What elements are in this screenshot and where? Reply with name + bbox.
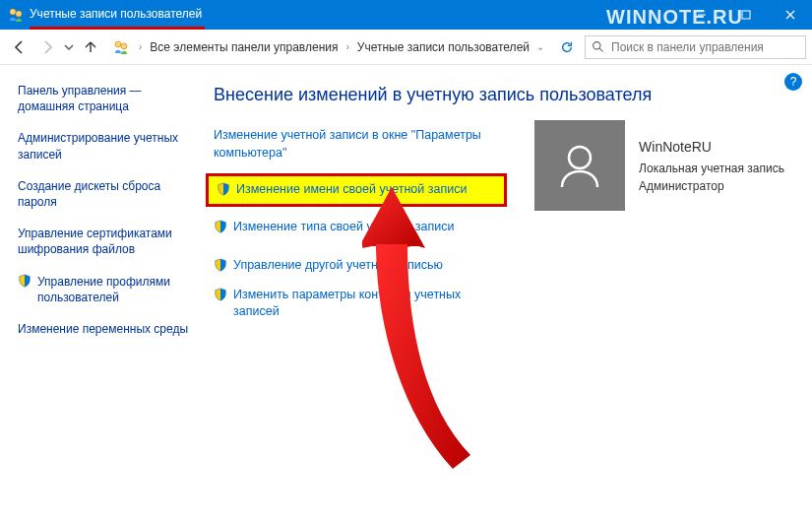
task-label: Изменение имени своей учетной записи bbox=[236, 181, 467, 199]
sidebar-item-label: Администрирование учетных записей bbox=[18, 131, 178, 161]
svg-point-10 bbox=[569, 147, 591, 168]
task-label: Изменение учетной записи в окне "Парамет… bbox=[214, 127, 499, 162]
user-card: WinNoteRU Локальная учетная запись Админ… bbox=[534, 120, 784, 211]
task-change-in-settings[interactable]: Изменение учетной записи в окне "Парамет… bbox=[214, 127, 499, 162]
chevron-right-icon: › bbox=[340, 41, 354, 52]
close-button[interactable] bbox=[768, 0, 812, 30]
task-label: Изменить параметры контроля учетных запи… bbox=[233, 287, 499, 321]
svg-point-0 bbox=[10, 9, 16, 15]
user-accounts-icon bbox=[113, 39, 129, 55]
sidebar-item-label: Панель управления — домашняя страница bbox=[18, 84, 142, 113]
task-change-account-type[interactable]: Изменение типа своей учетной записи bbox=[214, 219, 499, 236]
sidebar-item-label: Изменение переменных среды bbox=[18, 322, 188, 336]
window-title: Учетные записи пользователей bbox=[30, 7, 202, 23]
shield-icon bbox=[214, 220, 227, 233]
task-list: Изменение учетной записи в окне "Парамет… bbox=[214, 127, 499, 321]
title-underline-annotation bbox=[30, 27, 205, 30]
user-account-type: Локальная учетная запись bbox=[639, 160, 784, 177]
shield-icon bbox=[217, 182, 230, 196]
search-box[interactable] bbox=[585, 35, 806, 59]
chevron-right-icon: › bbox=[133, 41, 148, 52]
sidebar-item-label: Управление профилями пользователей bbox=[37, 274, 192, 305]
chevron-down-icon[interactable]: ⌄ bbox=[532, 41, 548, 52]
sidebar-item-label: Управление сертификатами шифрования файл… bbox=[18, 227, 172, 256]
shield-icon bbox=[18, 274, 31, 305]
avatar bbox=[534, 120, 625, 211]
sidebar-item-home[interactable]: Панель управления — домашняя страница bbox=[18, 83, 192, 114]
svg-point-8 bbox=[593, 42, 599, 49]
task-change-account-name[interactable]: Изменение имени своей учетной записи bbox=[206, 173, 507, 207]
svg-point-1 bbox=[16, 11, 22, 17]
sidebar: Панель управления — домашняя страница Ад… bbox=[0, 65, 202, 520]
main-panel: Внесение изменений в учетную запись поль… bbox=[202, 65, 812, 520]
task-manage-other-account[interactable]: Управление другой учетной записью bbox=[214, 257, 499, 275]
sidebar-item-admin-accounts[interactable]: Администрирование учетных записей bbox=[18, 130, 192, 162]
sidebar-item-reset-disk[interactable]: Создание дискеты сброса пароля bbox=[18, 178, 192, 210]
recent-locations-button[interactable] bbox=[61, 33, 77, 61]
task-label: Управление другой учетной записью bbox=[233, 257, 443, 275]
up-button[interactable] bbox=[77, 33, 104, 61]
address-bar[interactable]: › Все элементы панели управления › Учетн… bbox=[104, 35, 553, 59]
forward-button[interactable] bbox=[33, 33, 61, 61]
page-heading: Внесение изменений в учетную запись поль… bbox=[214, 85, 792, 105]
shield-icon bbox=[214, 288, 227, 301]
user-accounts-icon bbox=[8, 7, 24, 23]
user-info: WinNoteRU Локальная учетная запись Админ… bbox=[639, 137, 784, 195]
svg-point-7 bbox=[121, 43, 127, 49]
sidebar-item-env-vars[interactable]: Изменение переменных среды bbox=[18, 321, 192, 337]
task-change-uac[interactable]: Изменить параметры контроля учетных запи… bbox=[214, 287, 499, 321]
content-area: ? Панель управления — домашняя страница … bbox=[0, 65, 812, 520]
breadcrumb-current[interactable]: Учетные записи пользователей bbox=[355, 38, 531, 56]
svg-line-9 bbox=[599, 48, 602, 51]
sidebar-item-certificates[interactable]: Управление сертификатами шифрования файл… bbox=[18, 226, 192, 257]
svg-point-6 bbox=[115, 41, 121, 47]
refresh-button[interactable] bbox=[553, 35, 581, 59]
search-input[interactable] bbox=[609, 40, 805, 54]
search-icon bbox=[586, 40, 609, 53]
back-button[interactable] bbox=[6, 33, 33, 61]
user-role: Администратор bbox=[639, 177, 784, 195]
sidebar-item-profiles[interactable]: Управление профилями пользователей bbox=[18, 274, 192, 305]
user-name: WinNoteRU bbox=[639, 137, 784, 158]
watermark: WINNOTE.RU bbox=[606, 6, 743, 29]
shield-icon bbox=[214, 258, 227, 272]
breadcrumb-root[interactable]: Все элементы панели управления bbox=[148, 38, 340, 56]
task-label: Изменение типа своей учетной записи bbox=[233, 219, 454, 236]
sidebar-item-label: Создание дискеты сброса пароля bbox=[18, 179, 160, 209]
navbar: › Все элементы панели управления › Учетн… bbox=[0, 30, 812, 65]
